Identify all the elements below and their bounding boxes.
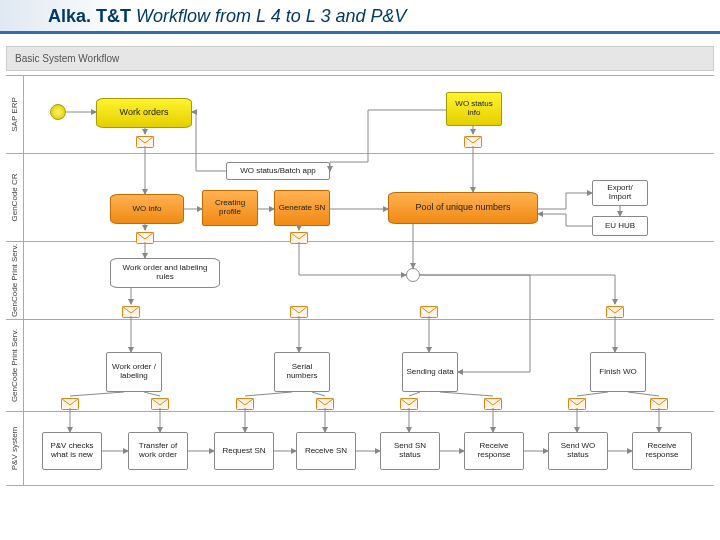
envelope-icon — [136, 134, 154, 146]
node-sending-data: Sending data — [402, 352, 458, 392]
page-title: Alka. T&T Workflow from L 4 to L 3 and P… — [0, 0, 720, 34]
envelope-icon — [400, 396, 418, 408]
envelope-icon — [484, 396, 502, 408]
lane-label: P&V system — [6, 412, 24, 485]
envelope-icon — [236, 396, 254, 408]
lane-label: SAP ERP — [6, 76, 24, 153]
envelope-icon — [606, 304, 624, 316]
title-italic: Workflow from L 4 to L 3 and P&V — [131, 6, 406, 26]
diagram-header: Basic System Workflow — [6, 46, 714, 71]
node-eu-hub: EU HUB — [592, 216, 648, 236]
node-pv-checks: P&V checks what is new — [42, 432, 102, 470]
envelope-icon — [650, 396, 668, 408]
node-send-wo-status: Send WO status — [548, 432, 608, 470]
node-transfer-wo: Transfer of work order — [128, 432, 188, 470]
start-event-icon — [50, 104, 66, 120]
lane-label: GenCode CR — [6, 154, 24, 241]
node-wo-label-rules: Work order and labeling rules — [110, 258, 220, 288]
node-send-sn-status: Send SN status — [380, 432, 440, 470]
envelope-icon — [61, 396, 79, 408]
node-receive-sn: Receive SN — [296, 432, 356, 470]
node-pool: Pool of unique numbers — [388, 192, 538, 224]
node-request-sn: Request SN — [214, 432, 274, 470]
envelope-icon — [122, 304, 140, 316]
envelope-icon — [136, 230, 154, 242]
node-export-import: Export/ Import — [592, 180, 648, 206]
node-finish-wo: Finish WO — [590, 352, 646, 392]
node-creating-profile: Creating profile — [202, 190, 258, 226]
node-work-orders: Work orders — [96, 98, 192, 128]
envelope-icon — [290, 230, 308, 242]
node-wo-status-batch: WO status/Batch app — [226, 162, 330, 180]
node-wo-status-info: WO status info — [446, 92, 502, 126]
envelope-icon — [568, 396, 586, 408]
node-receive-response: Receive response — [464, 432, 524, 470]
node-wo-info: WO info — [110, 194, 184, 224]
workflow-canvas: SAP ERP GenCode CR GenCode Print Serv. G… — [6, 75, 714, 515]
node-serial-numbers: Serial numbers — [274, 352, 330, 392]
title-bold: Alka. T&T — [48, 6, 131, 26]
node-receive-response-2: Receive response — [632, 432, 692, 470]
node-work-order-labeling: Work order / labeling — [106, 352, 162, 392]
envelope-icon — [464, 134, 482, 146]
envelope-icon — [151, 396, 169, 408]
lane-label: GenCode Print Serv. — [6, 242, 24, 319]
envelope-icon — [290, 304, 308, 316]
envelope-icon — [316, 396, 334, 408]
node-generate-sn: Generate SN — [274, 190, 330, 226]
envelope-icon — [420, 304, 438, 316]
lane-label: GenCode Print Serv. — [6, 320, 24, 411]
gateway-icon — [406, 268, 420, 282]
